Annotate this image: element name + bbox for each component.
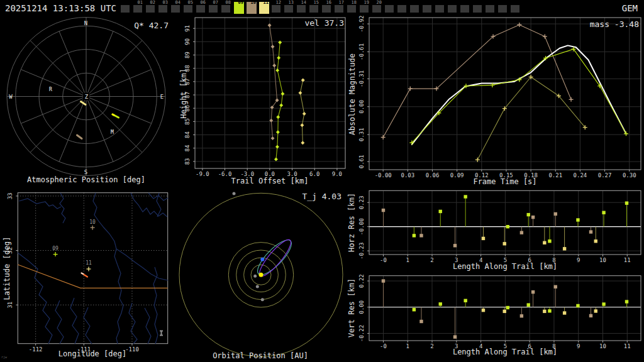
camera-slot-17[interactable] <box>335 5 343 13</box>
svg-text:0.27: 0.27 <box>598 172 612 178</box>
magnitude-plot: -0.000.030.060.090.120.150.180.210.240.2… <box>358 15 641 178</box>
horz-xlabel: Length Along Trail [km] <box>442 262 568 271</box>
camera-slot[interactable] <box>473 5 482 13</box>
camera-slot[interactable] <box>121 5 130 13</box>
camera-slot-label: 10 <box>247 1 256 5</box>
svg-text:9.0: 9.0 <box>332 171 342 177</box>
camera-slot-18[interactable] <box>347 5 356 13</box>
camera-slot-05[interactable] <box>184 5 192 13</box>
camera-slot-label: 13 <box>284 1 294 5</box>
camera-slot-15[interactable] <box>309 5 318 13</box>
svg-text:N: N <box>84 20 87 26</box>
svg-text:0.06: 0.06 <box>426 172 440 178</box>
orbit-caption: Orbital Position [AU] <box>197 351 323 360</box>
camera-slot-label: 01 <box>133 1 143 5</box>
station-markers: 091011 <box>52 219 96 272</box>
trail-xlabel: Trail Offset [km] <box>207 177 333 185</box>
mag-ylabel: Absolute Magnitude <box>348 44 357 145</box>
camera-slot-12[interactable] <box>272 5 280 13</box>
svg-text:0.00: 0.00 <box>358 100 365 114</box>
shower-code: GEM <box>622 3 638 13</box>
map-river-lines <box>18 193 168 344</box>
velocity-value: vel 37.3 <box>281 18 344 28</box>
camera-slot-02[interactable] <box>146 5 155 13</box>
camera-slot-01[interactable] <box>133 5 142 13</box>
camera-slot[interactable] <box>410 5 419 13</box>
camera-slot-label: 07 <box>209 1 218 5</box>
svg-text:0.03: 0.03 <box>401 172 414 178</box>
camera-slot[interactable] <box>460 5 469 13</box>
svg-text:83: 83 <box>184 158 191 165</box>
camera-slot[interactable] <box>448 5 457 13</box>
trail-offset-plot: -9.0-6.0-3.00.03.06.09.08384848586878788… <box>184 18 345 177</box>
svg-text:9: 9 <box>577 257 580 263</box>
svg-text:10: 10 <box>599 343 606 349</box>
camera-slot-label: 04 <box>171 1 180 5</box>
camera-slot-label: 08 <box>221 1 231 5</box>
camera-slot-label: 19 <box>360 1 369 5</box>
horz-residual-plot: -01234568910110.23-0.00-0.23 <box>358 190 641 263</box>
q-star-value: Q* 42.7 <box>128 21 169 30</box>
mag-xlabel: Frame Time [s] <box>442 177 568 186</box>
svg-text:R: R <box>49 87 52 92</box>
camera-slot-03[interactable] <box>158 5 167 13</box>
meteor-ground-track <box>82 273 88 277</box>
svg-text:M: M <box>111 129 114 135</box>
svg-text:0.23: 0.23 <box>358 195 365 209</box>
camera-slot-07[interactable] <box>209 5 218 13</box>
camera-slot[interactable] <box>397 5 406 13</box>
camera-slot-label: 02 <box>146 1 155 5</box>
camera-slot-label: 05 <box>184 1 193 5</box>
map-glyph <box>160 331 163 336</box>
svg-text:10: 10 <box>89 219 96 225</box>
horz-residual-plot-series-camera-10 <box>382 209 592 248</box>
camera-slot[interactable] <box>498 5 507 13</box>
camera-slot-04[interactable] <box>171 5 180 13</box>
camera-slot-label: 09 <box>234 1 243 5</box>
camera-slot-label: 17 <box>335 1 344 5</box>
svg-text:84: 84 <box>184 131 191 138</box>
camera-slot-label: 15 <box>309 1 319 5</box>
camera-slot-19[interactable] <box>360 5 369 13</box>
svg-text:Z: Z <box>85 94 89 100</box>
trail-offset-plot-series-camera-09 <box>274 40 285 161</box>
camera-slot-label: 20 <box>372 1 382 5</box>
vert-residual-plot: -01234568910110.220.00-0.22 <box>358 274 641 349</box>
svg-text:S: S <box>84 169 87 175</box>
svg-text:91: 91 <box>184 25 191 32</box>
camera-slot-label: 11 <box>259 1 269 5</box>
camera-slot[interactable] <box>511 5 519 13</box>
camera-slot-strip: 0102030405060708091011121314151617181920 <box>0 0 644 16</box>
camera-slot-14[interactable] <box>297 5 306 13</box>
camera-slot-13[interactable] <box>284 5 293 13</box>
vert-xlabel: Length Along Trail [km] <box>442 348 568 356</box>
svg-text:-0: -0 <box>380 257 387 263</box>
camera-slot-20[interactable] <box>372 5 381 13</box>
svg-text:-112: -112 <box>29 346 43 353</box>
svg-text:W: W <box>9 94 13 100</box>
camera-slot-08[interactable] <box>221 5 230 13</box>
camera-slot[interactable] <box>435 5 444 13</box>
magnitude-plot-series-camera-11 <box>475 75 587 162</box>
camera-slot[interactable] <box>423 5 431 13</box>
svg-text:11: 11 <box>624 257 631 263</box>
mass-value: mass -3.48 <box>564 19 639 29</box>
svg-text:-0.92: -0.92 <box>358 15 365 32</box>
magnitude-plot-series-camera-10 <box>381 23 574 140</box>
camera-slot-label: 14 <box>297 1 306 5</box>
svg-text:0.30: 0.30 <box>623 172 636 178</box>
svg-text:09: 09 <box>52 246 58 251</box>
camera-slot-label: 18 <box>347 1 357 5</box>
atmospheric-caption: Atmospheric Position [deg] <box>23 175 149 184</box>
camera-slot-label: 12 <box>272 1 281 5</box>
svg-text:-0.00: -0.00 <box>375 172 392 178</box>
watermark: rjw <box>1 355 7 359</box>
svg-text:0.61: 0.61 <box>358 155 365 168</box>
camera-slot[interactable] <box>486 5 494 13</box>
map-border-line <box>18 265 167 288</box>
camera-slot-06[interactable] <box>196 5 205 13</box>
camera-slot-16[interactable] <box>322 5 331 13</box>
camera-slot-label: 03 <box>158 1 168 5</box>
vert-residual-plot-series-camera-11 <box>482 307 597 315</box>
camera-slot[interactable] <box>385 5 394 13</box>
